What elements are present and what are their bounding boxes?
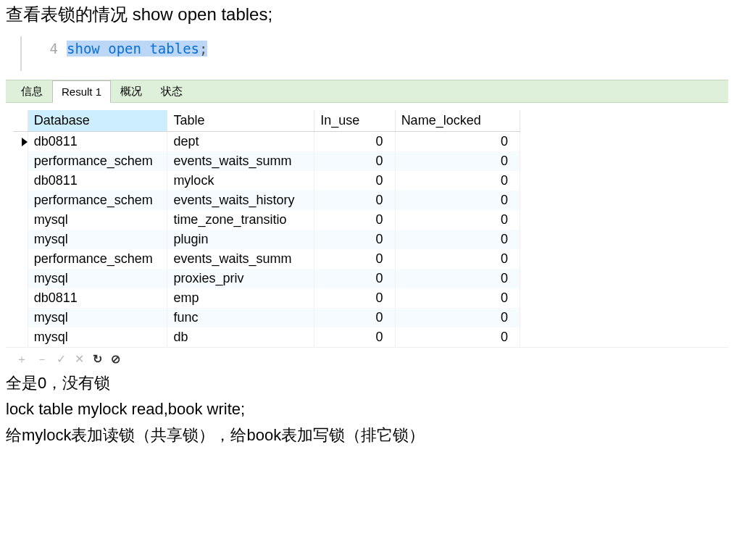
cell[interactable]: mysql: [28, 230, 167, 249]
cell[interactable]: mylock: [167, 171, 314, 191]
row-marker: [13, 191, 28, 210]
cell[interactable]: events_waits_history: [167, 191, 314, 210]
cell[interactable]: emp: [167, 288, 314, 308]
cell[interactable]: time_zone_transitio: [167, 210, 314, 230]
cell[interactable]: 0: [395, 132, 520, 152]
cell[interactable]: 0: [395, 327, 520, 347]
cell[interactable]: mysql: [28, 269, 167, 288]
cross-icon[interactable]: ✕: [75, 354, 84, 365]
table-row[interactable]: mysqlproxies_priv00: [13, 269, 520, 288]
current-row-icon: [22, 138, 28, 146]
cell[interactable]: proxies_priv: [167, 269, 314, 288]
result-grid: DatabaseTableIn_useName_locked db0811dep…: [13, 110, 520, 347]
column-header[interactable]: Name_locked: [395, 110, 520, 132]
code-terminator[interactable]: ;: [199, 41, 207, 57]
note-lock-sql: lock table mylock read,book write;: [6, 400, 728, 419]
cell[interactable]: db0811: [28, 132, 167, 152]
check-icon[interactable]: ✓: [57, 354, 66, 365]
code-sql[interactable]: show open tables: [67, 41, 199, 57]
cell[interactable]: 0: [314, 132, 396, 152]
result-grid-wrap: DatabaseTableIn_useName_locked db0811dep…: [6, 103, 728, 347]
table-row[interactable]: performance_schemevents_waits_history00: [13, 191, 520, 210]
table-row[interactable]: mysqldb00: [13, 327, 520, 347]
column-header[interactable]: Table: [167, 110, 314, 132]
note-all-zero: 全是0，没有锁: [6, 372, 728, 394]
row-marker: [13, 151, 28, 171]
table-row[interactable]: mysqlplugin00: [13, 230, 520, 249]
cell[interactable]: 0: [314, 269, 396, 288]
cell[interactable]: 0: [314, 288, 396, 308]
row-marker: [13, 327, 28, 347]
row-marker: [13, 249, 28, 269]
cell[interactable]: 0: [395, 171, 520, 191]
cell[interactable]: 0: [314, 151, 396, 171]
table-row[interactable]: db0811dept00: [13, 132, 520, 152]
cell[interactable]: 0: [314, 327, 396, 347]
cell[interactable]: plugin: [167, 230, 314, 249]
row-marker: [13, 269, 28, 288]
grid-toolbar: ＋－✓✕↻⊘: [6, 347, 728, 369]
cell[interactable]: mysql: [28, 327, 167, 347]
cell[interactable]: events_waits_summ: [167, 151, 314, 171]
cell[interactable]: 0: [395, 210, 520, 230]
cell[interactable]: dept: [167, 132, 314, 152]
table-row[interactable]: mysqltime_zone_transitio00: [13, 210, 520, 230]
row-marker: [13, 288, 28, 308]
row-marker: [13, 210, 28, 230]
cell[interactable]: 0: [395, 230, 520, 249]
cell[interactable]: 0: [314, 249, 396, 269]
cell[interactable]: events_waits_summ: [167, 249, 314, 269]
row-marker: [13, 132, 28, 152]
cell[interactable]: db: [167, 327, 314, 347]
tab-result-1[interactable]: Result 1: [52, 80, 111, 102]
table-row[interactable]: db0811emp00: [13, 288, 520, 308]
column-header[interactable]: In_use: [314, 110, 396, 132]
refresh-icon[interactable]: ↻: [93, 354, 102, 365]
result-tab-bar: 信息Result 1概况状态: [6, 80, 728, 103]
cell[interactable]: 0: [395, 288, 520, 308]
row-marker: [13, 171, 28, 191]
cell[interactable]: 0: [395, 269, 520, 288]
cell[interactable]: mysql: [28, 308, 167, 327]
cell[interactable]: 0: [314, 308, 396, 327]
table-row[interactable]: db0811mylock00: [13, 171, 520, 191]
cell[interactable]: 0: [395, 308, 520, 327]
page-title: 查看表锁的情况 show open tables;: [6, 0, 728, 29]
note-explain: 给mylock表加读锁（共享锁），给book表加写锁（排它锁）: [6, 425, 728, 446]
cell[interactable]: 0: [314, 230, 396, 249]
tab-概况[interactable]: 概况: [111, 80, 151, 102]
code-gutter: 4: [22, 36, 67, 71]
cell[interactable]: 0: [314, 171, 396, 191]
cell[interactable]: 0: [314, 191, 396, 210]
column-header[interactable]: Database: [28, 110, 167, 132]
stop-icon[interactable]: ⊘: [111, 354, 120, 365]
cell[interactable]: 0: [395, 151, 520, 171]
cell[interactable]: 0: [314, 210, 396, 230]
code-line[interactable]: show open tables;: [67, 36, 728, 71]
row-marker: [13, 230, 28, 249]
table-row[interactable]: performance_schemevents_waits_summ00: [13, 249, 520, 269]
tab-状态[interactable]: 状态: [151, 80, 192, 102]
row-marker: [13, 308, 28, 327]
cell[interactable]: func: [167, 308, 314, 327]
cell[interactable]: performance_schem: [28, 191, 167, 210]
table-row[interactable]: performance_schemevents_waits_summ00: [13, 151, 520, 171]
cell[interactable]: performance_schem: [28, 151, 167, 171]
cell[interactable]: mysql: [28, 210, 167, 230]
cell[interactable]: performance_schem: [28, 249, 167, 269]
cell[interactable]: 0: [395, 249, 520, 269]
cell[interactable]: db0811: [28, 171, 167, 191]
tab-信息[interactable]: 信息: [12, 80, 52, 102]
column-rowmarker: [13, 110, 28, 132]
minus-icon[interactable]: －: [36, 354, 48, 365]
cell[interactable]: 0: [395, 191, 520, 210]
code-editor[interactable]: 4 show open tables;: [20, 36, 728, 71]
table-row[interactable]: mysqlfunc00: [13, 308, 520, 327]
plus-icon[interactable]: ＋: [16, 354, 28, 365]
cell[interactable]: db0811: [28, 288, 167, 308]
